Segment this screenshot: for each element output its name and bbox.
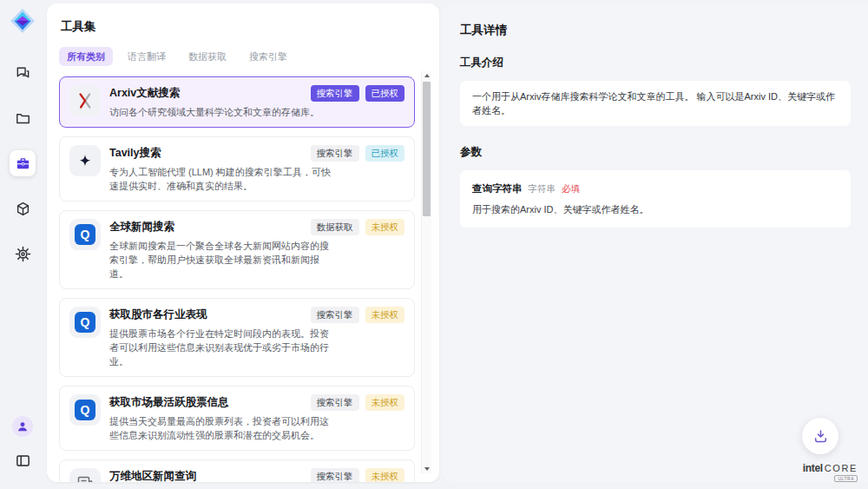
arxiv-logo-icon [69,85,101,116]
core-wordmark: core [825,463,858,473]
parameter-card: 查询字符串 字符串 必填 用于搜索的Arxiv ID、关键字或作者姓名。 [460,170,851,228]
tavily-logo-icon [69,145,101,176]
tab-2[interactable]: 语言翻译 [120,47,174,66]
intel-wordmark: intel [803,462,823,474]
auth-status-badge: 未授权 [365,468,405,483]
tool-description: 提供当天交易量最高的股票列表，投资者可以利用这些信息来识别流动性强的股票和潜在的… [109,414,337,442]
tab-1[interactable]: 所有类别 [59,47,113,66]
left-nav-rail [0,0,45,482]
chat-icon[interactable] [10,60,36,86]
scrollbar-down-arrow[interactable] [422,465,431,473]
user-avatar[interactable] [12,416,33,437]
gear-icon[interactable] [10,241,36,267]
tool-name: Tavily搜索 [109,146,161,161]
tool-card[interactable]: Q 全球新闻搜索 数据获取 未授权 全球新闻搜索是一个聚合全球各大新闻网站内容的… [59,210,415,289]
param-required-flag: 必填 [562,182,580,195]
tool-name: 获取股市各行业表现 [109,307,207,322]
app-window: 工具集 所有类别语言翻译数据获取搜索引擎 Arxiv文献搜索 搜索引擎 已授权 … [0,0,868,489]
tool-name: 获取市场最活跃股票信息 [109,395,229,410]
tool-description: 访问各个研究领域大量科学论文和文章的存储库。 [109,105,337,119]
param-description: 用于搜索的Arxiv ID、关键字或作者姓名。 [472,202,838,216]
tab-3[interactable]: 数据获取 [181,47,234,66]
auth-status-badge: 已授权 [365,145,405,162]
tool-intro-text: 一个用于从Arxiv存储库搜索科学论文和文章的工具。 输入可以是Arxiv ID… [460,81,851,126]
tool-card[interactable]: Tavily搜索 搜索引擎 已授权 专为人工智能代理 (LLM) 构建的搜索引擎… [59,136,415,202]
category-badge: 搜索引擎 [311,394,359,411]
param-name: 查询字符串 [472,182,523,195]
detail-title: 工具详情 [460,23,851,38]
tool-description: 全球新闻搜索是一个聚合全球各大新闻网站内容的搜索引擎，帮助用户快速获取全球最新资… [109,239,337,281]
auth-status-badge: 已授权 [365,85,405,102]
page-title: 工具集 [61,19,415,35]
tool-name: Arxiv文献搜索 [109,86,180,101]
tool-card[interactable]: Q 获取市场最活跃股票信息 搜索引擎 未授权 提供当天交易量最高的股票列表，投资… [59,386,415,451]
folder-icon[interactable] [10,105,36,131]
category-badge: 搜索引擎 [311,307,359,323]
toolbox-icon[interactable] [10,150,36,176]
category-badge: 搜索引擎 [311,468,359,483]
category-tabs: 所有类别语言翻译数据获取搜索引擎 [59,47,415,66]
tool-card[interactable]: 万维地区新闻查询 搜索引擎 未授权 查询具体行政区划内的新闻，快速了解各地新闻动 [59,459,415,482]
tool-card[interactable]: Arxiv文献搜索 搜索引擎 已授权 访问各个研究领域大量科学论文和文章的存储库… [59,76,415,128]
juhe-logo-icon: Q [69,394,101,426]
cube-icon[interactable] [10,195,36,221]
tool-name: 万维地区新闻查询 [109,469,196,483]
category-badge: 数据获取 [311,219,359,235]
auth-status-badge: 未授权 [365,219,405,235]
category-badge: 搜索引擎 [311,145,359,162]
tool-name: 全球新闻搜索 [109,220,174,235]
list-scrollbar[interactable] [421,71,431,473]
tool-card[interactable]: Q 获取股市各行业表现 搜索引擎 未授权 提供股票市场各个行业在特定时间段内的表… [59,298,415,377]
app-logo-icon[interactable] [8,6,37,36]
scrollbar-up-arrow[interactable] [422,71,431,80]
params-heading: 参数 [460,145,851,160]
tab-4[interactable]: 搜索引擎 [241,47,295,66]
auth-status-badge: 未授权 [365,307,405,323]
tool-description: 提供股票市场各个行业在特定时间段内的表现。投资者可以利用这些信息来识别表现优于或… [109,327,337,368]
category-badge: 搜索引擎 [311,85,359,102]
tool-description: 专为人工智能代理 (LLM) 构建的搜索引擎工具，可快速提供实时、准确和真实的结… [109,165,337,193]
tool-detail-panel: 工具详情 工具介绍 一个用于从Arxiv存储库搜索科学论文和文章的工具。 输入可… [443,3,868,482]
download-button[interactable] [802,418,838,454]
intro-heading: 工具介绍 [460,56,851,70]
intel-ultra-badge: ultra [834,475,858,482]
intel-core-logo: intel core ultra [803,462,858,482]
news-logo-icon [69,468,101,482]
juhe-logo-icon: Q [69,219,101,250]
panel-toggle-icon[interactable] [10,447,36,473]
tool-card-list: Arxiv文献搜索 搜索引擎 已授权 访问各个研究领域大量科学论文和文章的存储库… [59,76,415,482]
juhe-logo-icon: Q [69,307,101,338]
download-icon [812,428,829,445]
param-type: 字符串 [529,182,556,195]
tools-panel: 工具集 所有类别语言翻译数据获取搜索引擎 Arxiv文献搜索 搜索引擎 已授权 … [47,3,439,482]
auth-status-badge: 未授权 [365,394,405,411]
scrollbar-thumb[interactable] [423,82,431,216]
